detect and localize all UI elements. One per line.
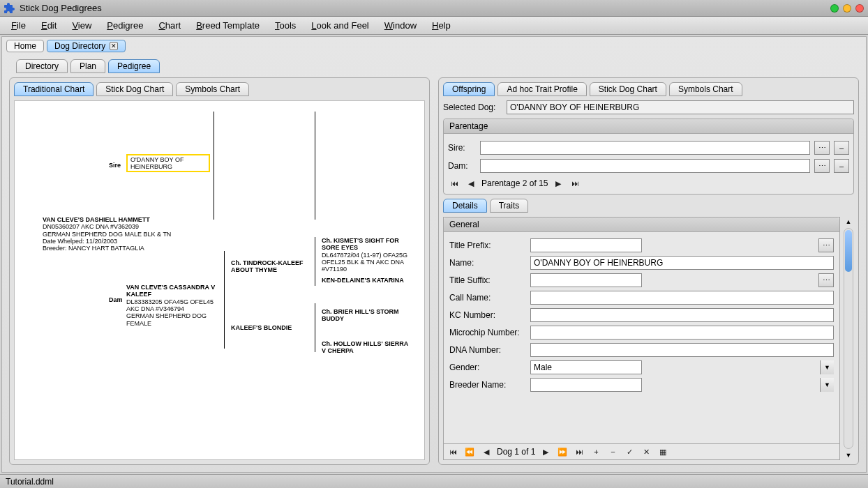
menu-file[interactable]: File (4, 19, 33, 32)
menu-pedigree[interactable]: Pedigree (100, 19, 150, 32)
details-panel: General Title Prefix: ⋯ Name: Title Suff… (443, 217, 840, 460)
dam-remove-button[interactable]: – (834, 159, 849, 173)
menu-view[interactable]: View (65, 19, 98, 32)
nav-prev-icon[interactable]: ◀ (465, 177, 477, 190)
microchip-label: Microchip Number: (449, 328, 526, 337)
dog-nav-next-icon[interactable]: ▶ (539, 445, 552, 458)
scroll-track[interactable] (844, 228, 853, 449)
g3-node-a[interactable]: Ch. KISMET'S SIGHT FOR SORE EYES DL64787… (322, 237, 412, 273)
sire-browse-button[interactable]: ⋯ (814, 141, 830, 155)
remove-icon[interactable]: − (606, 445, 619, 458)
dam-browse-button[interactable]: ⋯ (814, 159, 830, 173)
add-icon[interactable]: + (590, 445, 602, 458)
title-prefix-field[interactable] (530, 238, 642, 252)
dog-nav-first-icon[interactable]: ⏮ (447, 445, 459, 458)
parentage-nav: ⏮ ◀ Parentage 2 of 15 ▶ ⏭ (448, 177, 849, 190)
breadcrumb-home[interactable]: Home (6, 40, 44, 52)
menu-edit[interactable]: Edit (34, 19, 63, 32)
vertical-scrollbar[interactable]: ▲ ▼ (843, 217, 854, 460)
scroll-up-icon[interactable]: ▲ (844, 217, 853, 227)
menubar: File Edit View Pedigree Chart Breed Temp… (0, 17, 868, 35)
sire-label: Sire (109, 162, 121, 169)
gender-field[interactable] (530, 360, 642, 374)
g3-node-c[interactable]: Ch. BRIER HILL'S STORM BUDDY (322, 308, 412, 323)
dog-nav-fastback-icon[interactable]: ⏪ (463, 445, 476, 458)
dog-nav-text: Dog 1 of 1 (497, 447, 535, 457)
menu-look-and-feel[interactable]: Look and Feel (304, 19, 375, 32)
gender-label: Gender: (449, 363, 526, 372)
tab-traditional-chart[interactable]: Traditional Chart (14, 82, 93, 96)
breadcrumb-label: Dog Directory (54, 41, 105, 51)
g2-node-a[interactable]: Ch. TINDROCK-KALEEF ABOUT THYME (231, 259, 315, 274)
tab-stick-dog-chart[interactable]: Stick Dog Chart (96, 82, 173, 96)
nav-last-icon[interactable]: ⏭ (569, 177, 581, 190)
pedigree-chart[interactable]: VAN CLEVE'S DASHIELL HAMMETT DN05360207 … (14, 100, 425, 460)
close-button[interactable] (855, 4, 864, 13)
sire-field-label: Sire: (448, 143, 476, 153)
name-label: Name: (449, 258, 526, 268)
root-dog: VAN CLEVE'S DASHIELL HAMMETT DN05360207 … (43, 216, 203, 252)
tab-pedigree[interactable]: Pedigree (108, 59, 160, 73)
kc-number-field[interactable] (530, 308, 834, 322)
cancel-icon[interactable]: ✕ (640, 445, 652, 458)
sire-remove-button[interactable]: – (834, 141, 849, 155)
title-suffix-browse-button[interactable]: ⋯ (818, 273, 834, 287)
tab-symbols-chart-right[interactable]: Symbols Chart (669, 82, 742, 96)
scroll-down-icon[interactable]: ▼ (844, 450, 853, 460)
name-field[interactable] (530, 256, 834, 270)
dam-node[interactable]: VAN CLEVE'S CASSANDRA V KALEEF DL8338320… (126, 284, 224, 327)
call-name-label: Call Name: (449, 293, 526, 303)
scroll-thumb[interactable] (845, 230, 852, 272)
tab-details[interactable]: Details (443, 199, 487, 213)
nav-first-icon[interactable]: ⏮ (448, 177, 461, 190)
selected-dog-label: Selected Dog: (443, 102, 502, 112)
tab-adhoc-trait[interactable]: Ad hoc Trait Profile (497, 82, 586, 96)
microchip-field[interactable] (530, 326, 834, 340)
tab-plan[interactable]: Plan (70, 59, 105, 73)
tab-offspring[interactable]: Offspring (443, 82, 495, 96)
breadcrumb-dog-directory[interactable]: Dog Directory ✕ (47, 40, 126, 52)
grid-icon[interactable]: ▦ (657, 445, 669, 458)
tab-symbols-chart[interactable]: Symbols Chart (176, 82, 249, 96)
chevron-down-icon[interactable]: ▼ (820, 360, 834, 374)
g2-node-b[interactable]: KALEEF'S BLONDIE (231, 324, 315, 331)
title-prefix-browse-button[interactable]: ⋯ (818, 238, 834, 252)
dog-nav: ⏮ ⏪ ◀ Dog 1 of 1 ▶ ⏩ ⏭ + − ✓ ✕ ▦ (444, 443, 839, 459)
dog-nav-fastfwd-icon[interactable]: ⏩ (556, 445, 569, 458)
close-icon[interactable]: ✕ (110, 42, 118, 50)
sire-field[interactable] (480, 141, 810, 155)
tab-traits[interactable]: Traits (490, 199, 529, 213)
menu-breed-template[interactable]: Breed Template (189, 19, 267, 32)
minimize-button[interactable] (830, 4, 839, 13)
dog-nav-prev-icon[interactable]: ◀ (480, 445, 493, 458)
window-controls (830, 4, 864, 13)
menu-help[interactable]: Help (425, 19, 458, 32)
parentage-group: Parentage Sire: ⋯ – Dam: ⋯ – ⏮ (443, 119, 854, 195)
breeder-name-label: Breeder Name: (449, 380, 526, 390)
dna-number-field[interactable] (530, 343, 834, 357)
dam-label: Dam (109, 296, 123, 303)
dog-nav-last-icon[interactable]: ⏭ (573, 445, 585, 458)
title-suffix-field[interactable] (530, 273, 642, 287)
chevron-down-icon[interactable]: ▼ (820, 378, 834, 392)
menu-chart[interactable]: Chart (151, 19, 188, 32)
tab-stick-dog-chart-right[interactable]: Stick Dog Chart (590, 82, 666, 96)
menu-tools[interactable]: Tools (268, 19, 303, 32)
selected-dog-field[interactable] (507, 100, 854, 114)
confirm-icon[interactable]: ✓ (623, 445, 636, 458)
menu-window[interactable]: Window (377, 19, 424, 32)
title-prefix-label: Title Prefix: (449, 241, 526, 250)
selected-dog-row: Selected Dog: (443, 100, 854, 114)
general-title: General (444, 218, 839, 232)
maximize-button[interactable] (843, 4, 851, 13)
nav-next-icon[interactable]: ▶ (552, 177, 564, 190)
sire-node-selected[interactable]: O'DANNY BOY OF HEINERBURG (126, 154, 210, 172)
breeder-name-field[interactable] (530, 378, 642, 392)
tab-directory[interactable]: Directory (16, 59, 68, 73)
call-name-field[interactable] (530, 291, 834, 305)
g3-node-d[interactable]: Ch. HOLLOW HILLS' SIERRA V CHERPA (322, 340, 412, 355)
dna-number-label: DNA Number: (449, 345, 526, 355)
g3-node-b[interactable]: KEN-DELAINE'S KATARINA (322, 277, 412, 284)
dam-field[interactable] (480, 159, 810, 173)
status-text: Tutorial.ddml (6, 477, 54, 487)
